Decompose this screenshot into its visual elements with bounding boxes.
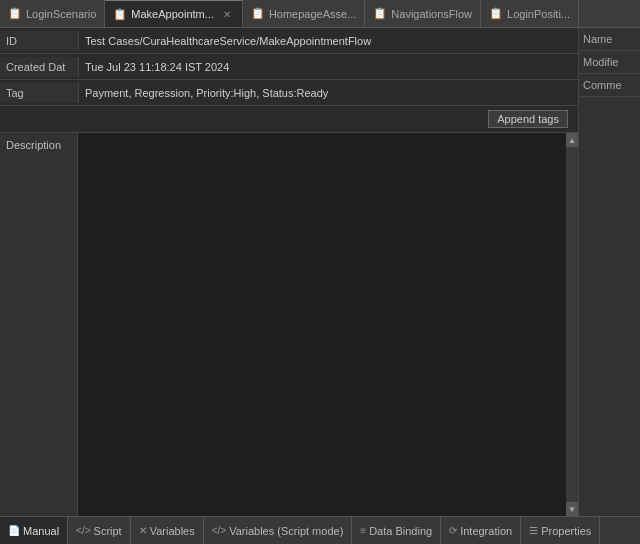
tab-make-appointment[interactable]: 📋 MakeAppointm... ✕ bbox=[105, 0, 243, 27]
modified-label: Modifie bbox=[579, 51, 640, 74]
integration-icon: ⟳ bbox=[449, 525, 457, 536]
scroll-up-arrow[interactable]: ▲ bbox=[566, 133, 578, 147]
scroll-down-arrow[interactable]: ▼ bbox=[566, 502, 578, 516]
tab-icon: 📋 bbox=[373, 7, 387, 20]
tab-label: LoginPositi... bbox=[507, 8, 570, 20]
btab-integration[interactable]: ⟳ Integration bbox=[441, 517, 521, 544]
btab-data-binding-label: Data Binding bbox=[369, 525, 432, 537]
variables-icon: ✕ bbox=[139, 525, 147, 536]
tab-bar: 📋 LoginScenario 📋 MakeAppointm... ✕ 📋 Ho… bbox=[0, 0, 640, 28]
data-binding-icon: ≡ bbox=[360, 525, 366, 536]
btab-variables-script[interactable]: </> Variables (Script mode) bbox=[204, 517, 353, 544]
btab-variables-label: Variables bbox=[150, 525, 195, 537]
tab-navigations-flow[interactable]: 📋 NavigationsFlow bbox=[365, 0, 481, 27]
created-date-label: Created Dat bbox=[0, 57, 78, 77]
tag-value: Payment, Regression, Priority:High, Stat… bbox=[78, 83, 578, 103]
btab-script-label: Script bbox=[94, 525, 122, 537]
btab-integration-label: Integration bbox=[460, 525, 512, 537]
append-tags-button[interactable]: Append tags bbox=[488, 110, 568, 128]
tab-label: MakeAppointm... bbox=[131, 8, 214, 20]
variables-script-icon: </> bbox=[212, 525, 226, 536]
tab-icon: 📋 bbox=[251, 7, 265, 20]
bottom-tab-bar: 📄 Manual </> Script ✕ Variables </> Vari… bbox=[0, 516, 640, 544]
tab-icon: 📋 bbox=[8, 7, 22, 20]
tab-icon: 📋 bbox=[113, 8, 127, 21]
tag-label: Tag bbox=[0, 83, 78, 103]
description-label: Description bbox=[0, 133, 78, 516]
description-content[interactable]: ▲ ▼ bbox=[78, 133, 578, 516]
description-section: Description ▲ ▼ bbox=[0, 133, 578, 516]
btab-variables-script-label: Variables (Script mode) bbox=[229, 525, 343, 537]
scrollbar[interactable]: ▲ ▼ bbox=[566, 133, 578, 516]
btab-properties[interactable]: ☰ Properties bbox=[521, 517, 600, 544]
btab-manual-label: Manual bbox=[23, 525, 59, 537]
tab-label: LoginScenario bbox=[26, 8, 96, 20]
tag-row: Tag Payment, Regression, Priority:High, … bbox=[0, 80, 578, 106]
tab-label: NavigationsFlow bbox=[391, 8, 472, 20]
id-row: ID Test Cases/CuraHealthcareService/Make… bbox=[0, 28, 578, 54]
btab-properties-label: Properties bbox=[541, 525, 591, 537]
btab-manual[interactable]: 📄 Manual bbox=[0, 517, 68, 544]
manual-icon: 📄 bbox=[8, 525, 20, 536]
properties-icon: ☰ bbox=[529, 525, 538, 536]
tab-icon: 📋 bbox=[489, 7, 503, 20]
tab-login-scenario[interactable]: 📋 LoginScenario bbox=[0, 0, 105, 27]
id-label: ID bbox=[0, 31, 78, 51]
tab-label: HomepageAsse... bbox=[269, 8, 356, 20]
tab-homepage[interactable]: 📋 HomepageAsse... bbox=[243, 0, 365, 27]
comment-label: Comme bbox=[579, 74, 640, 97]
tags-section: Append tags bbox=[0, 106, 578, 133]
created-date-value: Tue Jul 23 11:18:24 IST 2024 bbox=[78, 57, 578, 77]
tab-login-position[interactable]: 📋 LoginPositi... bbox=[481, 0, 579, 27]
created-date-row: Created Dat Tue Jul 23 11:18:24 IST 2024 bbox=[0, 54, 578, 80]
tab-close-button[interactable]: ✕ bbox=[220, 8, 234, 21]
btab-script[interactable]: </> Script bbox=[68, 517, 131, 544]
main-content: ID Test Cases/CuraHealthcareService/Make… bbox=[0, 28, 640, 516]
form-area: ID Test Cases/CuraHealthcareService/Make… bbox=[0, 28, 578, 516]
btab-variables[interactable]: ✕ Variables bbox=[131, 517, 204, 544]
right-sidebar: Name Modifie Comme bbox=[578, 28, 640, 516]
script-icon: </> bbox=[76, 525, 90, 536]
id-value: Test Cases/CuraHealthcareService/MakeApp… bbox=[78, 31, 578, 51]
btab-data-binding[interactable]: ≡ Data Binding bbox=[352, 517, 441, 544]
name-label: Name bbox=[579, 28, 640, 51]
